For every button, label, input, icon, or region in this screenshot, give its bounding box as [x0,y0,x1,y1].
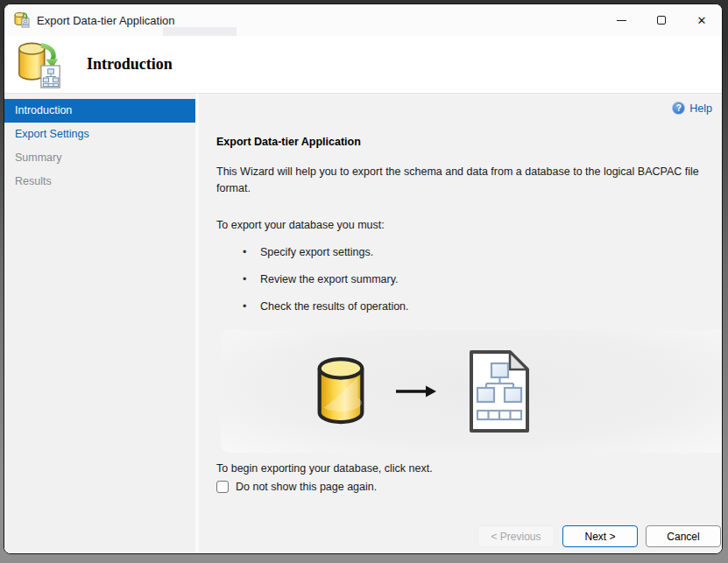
close-button[interactable]: ✕ [682,4,722,36]
database-export-header-icon [15,40,64,89]
help-icon: ? [672,102,685,115]
help-label: Help [689,102,712,115]
list-intro: To export your database you must: [216,219,723,231]
cancel-button[interactable]: Cancel [646,525,721,547]
bullet-item: • Specify export settings. [216,246,723,258]
previous-button[interactable]: < Previous [477,525,555,547]
database-cylinder-icon [315,355,366,427]
wizard-steps-sidebar: Introduction Export Settings Summary Res… [4,94,199,553]
minimize-icon [617,20,626,21]
content-pane: ? Help Export Data-tier Application This… [199,94,723,553]
sidebar-item-introduction[interactable]: Introduction [4,99,195,123]
titlebar: Export Data-tier Application ✕ [4,4,722,36]
dont-show-again-checkbox[interactable] [216,481,229,493]
bullet-icon: • [243,300,260,313]
window-title: Export Data-tier Application [37,14,175,27]
bullet-text: Check the results of operation. [260,300,409,313]
titlebar-tab-shadow [163,27,237,36]
bullet-text: Specify export settings. [260,246,373,258]
bullet-text: Review the export summary. [260,273,398,285]
intro-paragraph: This Wizard will help you to export the … [216,164,714,198]
maximize-button[interactable] [641,4,682,36]
app-database-export-icon [13,11,31,29]
export-illustration-panel [221,330,723,453]
sidebar-item-export-settings[interactable]: Export Settings [4,123,195,146]
minimize-button[interactable] [601,4,641,36]
dont-show-again-label: Do not show this page again. [236,481,377,493]
sidebar-item-results: Results [4,170,195,194]
wizard-header: Introduction [4,36,722,94]
help-link[interactable]: ? Help [672,102,712,115]
sidebar-item-summary: Summary [4,146,195,170]
next-button[interactable]: Next > [562,525,638,547]
arrow-right-icon [394,384,438,398]
bullet-icon: • [243,273,260,285]
page-title: Introduction [87,55,173,74]
footer-instruction: To begin exporting your database, click … [216,462,723,475]
close-icon: ✕ [697,14,707,27]
bullet-item: • Review the export summary. [216,273,723,285]
bacpac-document-icon [466,348,533,434]
bullet-icon: • [243,246,260,258]
bullet-item: • Check the results of operation. [216,300,723,313]
wizard-button-bar: < Previous Next > Cancel [477,525,721,547]
dont-show-again-row: Do not show this page again. [216,481,723,493]
maximize-icon [657,16,666,25]
wizard-window: Export Data-tier Application ✕ [4,4,723,554]
content-heading: Export Data-tier Application [216,136,723,148]
